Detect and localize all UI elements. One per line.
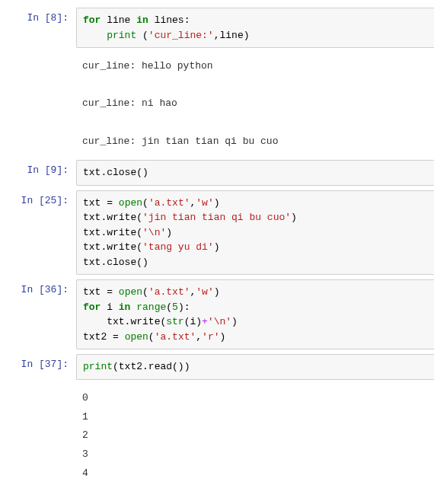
output-cell: cur_line: hello python cur_line: ni hao … — [0, 53, 434, 155]
input-prompt: In [37]: — [0, 354, 76, 380]
output-prompt — [0, 53, 76, 155]
input-prompt: In [36]: — [0, 279, 76, 349]
output-cell: 0 1 2 3 4 — [0, 384, 434, 487]
output-text: 0 1 2 3 4 — [76, 384, 434, 487]
input-prompt: In [9]: — [0, 160, 76, 186]
input-prompt: In [8]: — [0, 8, 76, 48]
code-input[interactable]: txt = open('a.txt','w') txt.write('jin t… — [76, 190, 434, 276]
code-cell: In [36]:txt = open('a.txt','w') for i in… — [0, 279, 434, 349]
code-input[interactable]: txt.close() — [76, 160, 434, 186]
output-prompt — [0, 384, 76, 487]
code-input[interactable]: txt = open('a.txt','w') for i in range(5… — [76, 279, 434, 349]
input-prompt: In [25]: — [0, 190, 76, 276]
code-input[interactable]: print(txt2.read()) — [76, 354, 434, 380]
code-cell: In [25]:txt = open('a.txt','w') txt.writ… — [0, 190, 434, 276]
code-cell: In [37]:print(txt2.read()) — [0, 354, 434, 380]
code-cell: In [8]:for line in lines: print ('cur_li… — [0, 8, 434, 48]
code-cell: In [9]:txt.close() — [0, 160, 434, 186]
output-text: cur_line: hello python cur_line: ni hao … — [76, 53, 434, 155]
code-input[interactable]: for line in lines: print ('cur_line:',li… — [76, 8, 434, 48]
